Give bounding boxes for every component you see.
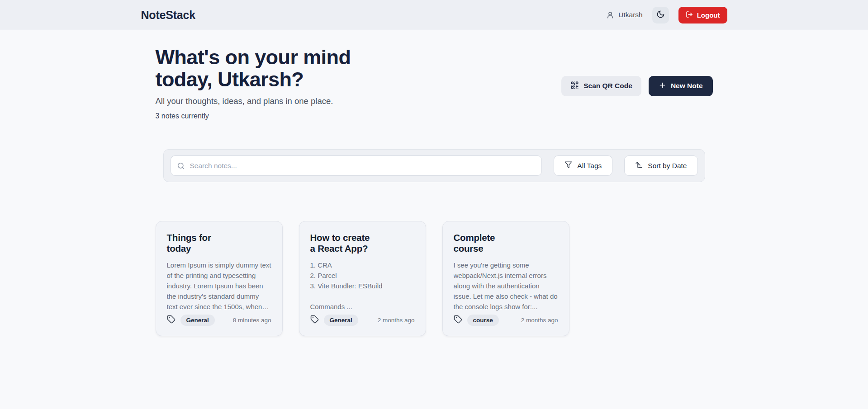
note-title: How to create a React App? [310, 232, 415, 254]
hero-section: What's on your mind today, Utkarsh? All … [156, 30, 713, 120]
sort-ascending-icon [635, 161, 643, 170]
note-title: Complete course [454, 232, 558, 254]
tags-filter-label: All Tags [577, 162, 602, 170]
note-footer: General 8 minutes ago [167, 315, 271, 326]
tags-filter-button[interactable]: All Tags [554, 155, 612, 176]
note-title: Things for today [167, 232, 271, 254]
logout-icon [686, 11, 693, 19]
moon-icon [656, 10, 665, 20]
app-page: NoteStack Utkarsh Logou [0, 0, 868, 409]
hero-actions: Scan QR Code New Note [561, 76, 712, 96]
note-body: 1. CRA 2. Parcel 3. Vite Bundler: ESBuil… [310, 260, 415, 312]
page-subtitle: All your thoughts, ideas, and plans in o… [156, 96, 351, 106]
note-body: Lorem Ipsum is simply dummy text of the … [167, 260, 271, 312]
filter-icon [564, 161, 572, 170]
note-timestamp: 2 months ago [521, 317, 558, 324]
note-body: I see you're getting some webpack/Next.j… [454, 260, 558, 312]
logout-label: Logout [697, 11, 720, 19]
note-card[interactable]: Things for today Lorem Ipsum is simply d… [156, 221, 283, 336]
note-tag-badge[interactable]: course [467, 315, 499, 326]
sort-label: Sort by Date [648, 162, 687, 170]
tag-icon [167, 315, 175, 325]
main-content: What's on your mind today, Utkarsh? All … [156, 30, 713, 336]
sort-button[interactable]: Sort by Date [624, 155, 697, 176]
theme-toggle-button[interactable] [652, 7, 669, 24]
user-icon [606, 11, 614, 19]
search-input[interactable] [171, 155, 542, 176]
logout-button[interactable]: Logout [678, 7, 727, 24]
note-footer: General 2 months ago [310, 315, 415, 326]
new-note-button[interactable]: New Note [649, 76, 713, 96]
scan-qr-button[interactable]: Scan QR Code [561, 76, 641, 96]
notes-grid: Things for today Lorem Ipsum is simply d… [156, 221, 713, 336]
note-card[interactable]: How to create a React App? 1. CRA 2. Par… [299, 221, 426, 336]
note-card[interactable]: Complete course I see you're getting som… [442, 221, 569, 336]
new-note-label: New Note [671, 82, 703, 90]
plus-icon [659, 81, 666, 91]
scan-qr-label: Scan QR Code [583, 82, 632, 90]
notes-count: 3 notes currently [156, 112, 351, 120]
qr-code-icon [570, 81, 579, 91]
note-footer: course 2 months ago [454, 315, 558, 326]
user-name: Utkarsh [618, 11, 642, 19]
note-timestamp: 8 minutes ago [233, 317, 271, 324]
note-timestamp: 2 months ago [378, 317, 415, 324]
tag-icon [310, 315, 319, 325]
user-chip: Utkarsh [606, 11, 642, 19]
brand-logo[interactable]: NoteStack [141, 9, 195, 22]
search-toolbar: All Tags Sort by Date [163, 149, 705, 182]
tag-icon [454, 315, 462, 325]
page-title: What's on your mind today, Utkarsh? [156, 46, 351, 90]
header: NoteStack Utkarsh Logou [0, 0, 868, 30]
note-tag-badge[interactable]: General [324, 315, 358, 326]
note-tag-badge[interactable]: General [180, 315, 215, 326]
